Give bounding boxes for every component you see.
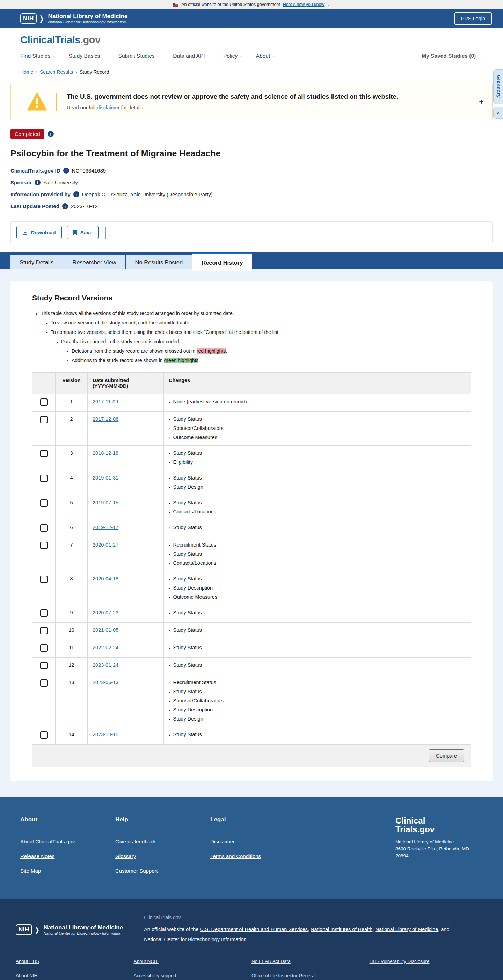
footer-link[interactable]: Glossary: [115, 853, 210, 859]
disclaimer-link[interactable]: disclaimer: [97, 105, 119, 110]
warning-triangle-icon: [27, 92, 47, 111]
nlm-footer-link[interactable]: About HHS: [16, 959, 40, 964]
nav-item-submit-studies[interactable]: Submit Studies⌄: [118, 53, 160, 59]
nih-logo[interactable]: NIH ❭ National Library of Medicine Natio…: [20, 13, 127, 24]
glossary-collapse-icon[interactable]: «: [493, 107, 503, 119]
date-submitted-link[interactable]: 2019-12-17: [92, 525, 118, 530]
nlm-footer-link[interactable]: Office of the Inspector General: [252, 973, 316, 978]
hhs-link[interactable]: U.S. Department of Health and Human Serv…: [200, 927, 308, 932]
version-checkbox[interactable]: [40, 475, 48, 482]
disclaimer-warning-banner: The U.S. government does not review or a…: [11, 83, 492, 120]
version-checkbox[interactable]: [40, 524, 48, 531]
breadcrumb-link-home[interactable]: Home: [20, 69, 33, 75]
date-submitted-link[interactable]: 2020-04-18: [92, 576, 118, 582]
notes-list: ●This table shows all the versions of th…: [32, 310, 471, 363]
date-submitted-link[interactable]: 2022-02-24: [92, 645, 118, 650]
nlm-logo[interactable]: NIH ❭ National Library of Medicine Natio…: [16, 915, 123, 945]
changes-list: ▪None (earliest version on record): [169, 399, 466, 404]
footer-link[interactable]: Site Map: [20, 868, 115, 874]
version-checkbox[interactable]: [40, 644, 48, 652]
nlm-org-subtitle: National Center for Biotechnology Inform…: [44, 931, 123, 935]
bullet-icon: ▪: [67, 349, 68, 353]
version-number-cell: 1: [56, 394, 88, 412]
version-checkbox[interactable]: [40, 398, 48, 406]
version-checkbox[interactable]: [40, 679, 48, 687]
nlm-footer-link[interactable]: About NIH: [16, 973, 37, 978]
date-submitted-link[interactable]: 2020-07-23: [92, 610, 118, 616]
tab-study-details[interactable]: Study Details: [11, 255, 62, 269]
footer-link[interactable]: Release Notes: [20, 853, 115, 859]
date-submitted-link[interactable]: 2021-01-05: [92, 627, 118, 633]
page: An official website of the United States…: [0, 0, 503, 980]
version-checkbox[interactable]: [40, 542, 48, 549]
date-submitted-link[interactable]: 2019-01-31: [92, 475, 118, 480]
nlm-footer-link[interactable]: Accessibility support: [134, 973, 177, 978]
footer-link[interactable]: Disclaimer: [210, 838, 305, 845]
nlm-link-cell: About NIH: [16, 973, 134, 978]
my-saved-studies-link[interactable]: My Saved Studies (0) →: [422, 53, 483, 59]
breadcrumb-link-search-results[interactable]: Search Results: [40, 69, 73, 75]
version-checkbox[interactable]: [40, 450, 48, 457]
version-checkbox[interactable]: [40, 609, 48, 617]
date-submitted-link[interactable]: 2023-10-10: [92, 732, 118, 737]
version-checkbox[interactable]: [40, 627, 48, 634]
field-value: NCT03341689: [72, 168, 106, 173]
prs-login-button[interactable]: PRS Login: [454, 12, 492, 25]
info-icon[interactable]: i: [63, 168, 69, 173]
record-toolbar: Download Save: [11, 221, 492, 243]
date-submitted-link[interactable]: 2018-12-18: [92, 450, 118, 456]
version-checkbox[interactable]: [40, 576, 48, 583]
tab-researcher-view[interactable]: Researcher View: [63, 255, 125, 269]
version-checkbox[interactable]: [40, 416, 48, 423]
compare-button[interactable]: Compare: [428, 749, 464, 762]
nav-item-about[interactable]: About⌄: [256, 53, 275, 59]
save-button[interactable]: Save: [67, 226, 99, 239]
date-submitted-link[interactable]: 2019-07-15: [92, 500, 118, 505]
footer-link[interactable]: Give us feedback: [115, 838, 210, 845]
version-checkbox[interactable]: [40, 500, 48, 507]
field-label: Information provided by: [11, 191, 70, 197]
date-submitted-link[interactable]: 2017-12-06: [92, 416, 118, 422]
version-checkbox[interactable]: [40, 662, 48, 669]
changes-list: ▪Study Status: [169, 610, 466, 616]
nav-item-policy[interactable]: Policy⌄: [223, 53, 243, 59]
nlm-footer-link[interactable]: About NCBI: [134, 959, 159, 964]
nlm-footer-link[interactable]: HHS Vulnerability Disclosure: [369, 959, 430, 964]
info-icon[interactable]: i: [73, 191, 79, 197]
site-logo[interactable]: ClinicalTrials.gov: [20, 34, 483, 46]
changes-cell: ▪Study Status: [164, 640, 471, 658]
field-label: Last Update Posted: [11, 203, 59, 209]
change-item: ▪Study Status: [169, 610, 466, 616]
hhs-link[interactable]: National Institutes of Health: [310, 927, 372, 932]
bullet-icon: ▪: [169, 646, 170, 650]
date-submitted-link[interactable]: 2023-06-13: [92, 679, 118, 685]
version-checkbox[interactable]: [40, 731, 48, 739]
footer-link[interactable]: Terms and Conditions: [210, 853, 305, 859]
date-submitted-cell: 2023-01-24: [88, 658, 164, 675]
download-button[interactable]: Download: [16, 226, 62, 239]
footer-link[interactable]: Customer Support: [115, 868, 210, 874]
info-icon[interactable]: i: [35, 180, 40, 185]
glossary-side-tab[interactable]: Glossary: [493, 69, 503, 104]
changes-cell: ▪Recruitment Status▪Study Status▪Contact…: [164, 538, 471, 571]
date-submitted-link[interactable]: 2020-01-27: [92, 542, 118, 547]
nlm-footer-link[interactable]: No FEAR Act Data: [252, 959, 291, 964]
date-submitted-link[interactable]: 2023-01-24: [92, 662, 118, 668]
breadcrumb: Home›Search Results›Study Record: [0, 64, 503, 80]
warning-expand-button[interactable]: +: [479, 97, 484, 107]
how-you-know-link[interactable]: Here’s how you know: [283, 2, 325, 7]
nav-item-find-studies[interactable]: Find Studies⌄: [20, 53, 56, 59]
nav-item-study-basics[interactable]: Study Basics⌄: [69, 53, 105, 59]
date-submitted-link[interactable]: 2017-11-09: [92, 399, 118, 404]
tab-no-results-posted[interactable]: No Results Posted: [126, 255, 192, 269]
tab-record-history[interactable]: Record History: [193, 253, 252, 271]
info-icon[interactable]: i: [48, 131, 54, 137]
hhs-link[interactable]: National Center for Biotechnology Inform…: [144, 937, 246, 942]
footer-link[interactable]: About ClinicalTrials.gov: [20, 838, 115, 845]
info-icon[interactable]: i: [62, 203, 68, 209]
nav-item-data-and-api[interactable]: Data and API⌄: [173, 53, 210, 59]
version-number-cell: 4: [56, 471, 88, 495]
hhs-link[interactable]: National Library of Medicine: [375, 927, 438, 932]
change-label: Study Description: [173, 707, 213, 713]
nlm-link-cell: About HHS: [16, 959, 134, 964]
